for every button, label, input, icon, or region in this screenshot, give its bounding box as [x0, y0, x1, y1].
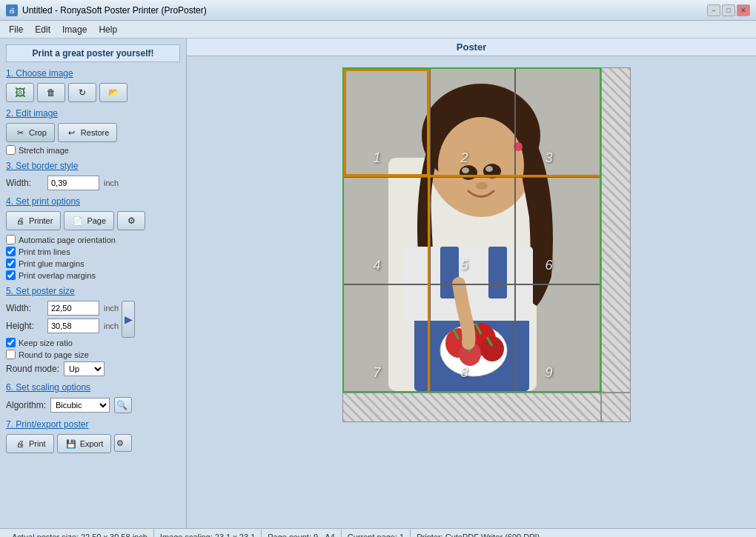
poster-height-label: Height: — [6, 321, 43, 331]
glue-margins-row: Print glue margins — [6, 259, 180, 268]
section-poster-size: 5. Set poster size Width: inch Height: i… — [6, 286, 180, 376]
cell-3-number: 3 — [546, 150, 553, 166]
print-icon: 🖨 — [14, 438, 26, 450]
border-width-input[interactable] — [47, 176, 99, 190]
size-scroll-button[interactable]: ▶ — [122, 301, 135, 338]
section-title-3[interactable]: 3. Set border style — [6, 161, 180, 171]
glue-margins-checkbox[interactable] — [6, 259, 16, 268]
overlap-margins-label: Print overlap margins — [19, 271, 96, 280]
section-title-1[interactable]: 1. Choose image — [6, 68, 180, 79]
status-poster-size: Actual poster size: 22,50 x 30,58 inch — [6, 529, 154, 537]
section-edit-image: 2. Edit image ✂ Crop ↩ Restore Stretch i… — [6, 108, 180, 155]
clear-image-icon: 🗑 — [45, 87, 57, 99]
svg-point-13 — [480, 336, 504, 361]
section-title-5[interactable]: 5. Set poster size — [6, 286, 180, 296]
print-button[interactable]: 🖨 Print — [6, 434, 54, 453]
export-icon: 💾 — [65, 438, 77, 450]
poster-width-input[interactable] — [47, 301, 99, 316]
poster-width-unit: inch — [104, 304, 119, 313]
window-controls: − □ ✕ — [707, 4, 750, 16]
cell-9-number: 9 — [546, 365, 553, 381]
status-page-count: Page count: 9 - A4 — [262, 529, 342, 537]
corner-hatched-strip — [601, 393, 631, 422]
maximize-button[interactable]: □ — [722, 4, 735, 16]
crop-button[interactable]: ✂ Crop — [6, 123, 55, 142]
cell-7-number: 7 — [374, 365, 381, 381]
app-icon: 🖨 — [6, 4, 18, 16]
page-setup-button[interactable]: ⚙ — [117, 211, 145, 230]
status-image-scaling: Image scaling: 23,1 x 23,1 — [154, 529, 262, 537]
stretch-image-checkbox[interactable] — [6, 145, 16, 155]
printer-icon: 🖨 — [14, 215, 26, 227]
round-to-page-checkbox[interactable] — [6, 350, 16, 359]
section-print-export: 7. Print/export poster 🖨 Print 💾 Export … — [6, 419, 180, 453]
printer-label: Printer — [29, 216, 53, 225]
trim-lines-row: Print trim lines — [6, 247, 180, 256]
restore-icon: ↩ — [66, 127, 78, 139]
keep-ratio-row: Keep size ratio — [6, 338, 180, 347]
keep-ratio-checkbox[interactable] — [6, 338, 16, 347]
keep-ratio-label: Keep size ratio — [19, 338, 73, 347]
title-text: Untitled - RonyaSoft Poster Printer (Pro… — [22, 5, 207, 16]
crop-label: Crop — [29, 128, 47, 137]
open-image-icon: 📂 — [107, 87, 119, 99]
scaling-preview-button[interactable]: 🔍 — [114, 397, 132, 413]
page-setup-icon: ⚙ — [125, 215, 137, 227]
close-button[interactable]: ✕ — [737, 4, 750, 16]
add-image-button[interactable]: 🖼 — [6, 83, 34, 102]
scaling-preview-icon: 🔍 — [116, 400, 127, 410]
menu-file[interactable]: File — [3, 23, 29, 36]
border-width-unit: inch — [104, 179, 119, 187]
trim-lines-label: Print trim lines — [19, 247, 70, 256]
page-button[interactable]: 📄 Page — [64, 211, 114, 230]
stretch-image-label: Stretch image — [19, 146, 69, 155]
clear-image-button[interactable]: 🗑 — [37, 83, 65, 102]
round-to-page-label: Round to page size — [19, 350, 89, 359]
section-title-2[interactable]: 2. Edit image — [6, 108, 180, 119]
poster-canvas: 1 2 3 4 5 6 7 8 9 — [342, 67, 601, 395]
status-current-page: Current page: 1 — [342, 529, 411, 537]
panel-header: Print a great poster yourself! — [6, 44, 180, 62]
export-button[interactable]: 💾 Export — [57, 434, 112, 453]
printer-button[interactable]: 🖨 Printer — [6, 211, 61, 230]
overlap-margins-checkbox[interactable] — [6, 270, 16, 280]
cell-2-number: 2 — [461, 150, 468, 166]
auto-orientation-row: Automatic page orientation — [6, 235, 180, 244]
right-panel: Poster — [187, 39, 756, 528]
page-icon: 📄 — [72, 215, 84, 227]
menu-image[interactable]: Image — [56, 23, 93, 36]
status-printer: Printer: CutePDF Writer (600 DPI) — [411, 529, 750, 537]
add-image-icon: 🖼 — [14, 87, 26, 99]
rotate-image-button[interactable]: ↻ — [68, 83, 96, 102]
menu-edit[interactable]: Edit — [29, 23, 56, 36]
cell-5-number: 5 — [461, 258, 468, 273]
stretch-image-row: Stretch image — [6, 145, 180, 155]
svg-point-14 — [460, 165, 477, 180]
poster-height-input[interactable] — [47, 318, 99, 333]
auto-orientation-label: Automatic page orientation — [19, 236, 116, 244]
trim-lines-checkbox[interactable] — [6, 247, 16, 256]
open-image-button[interactable]: 📂 — [99, 83, 127, 102]
restore-button[interactable]: ↩ Restore — [58, 123, 118, 142]
algorithm-select[interactable]: Bicubic Bilinear Nearest — [50, 398, 110, 413]
poster-photo — [344, 69, 600, 391]
section-title-7[interactable]: 7. Print/export poster — [6, 419, 180, 430]
section-border-style: 3. Set border style Width: inch — [6, 161, 180, 190]
section-title-4[interactable]: 4. Set print options — [6, 196, 180, 207]
algorithm-label: Algorithm: — [6, 400, 46, 410]
poster-area: 1 2 3 4 5 6 7 8 9 — [187, 56, 756, 528]
menu-help[interactable]: Help — [93, 23, 123, 36]
minimize-button[interactable]: − — [707, 4, 720, 16]
svg-rect-8 — [488, 247, 507, 298]
right-hatched-strip — [601, 67, 631, 393]
border-width-label: Width: — [6, 178, 43, 188]
menu-bar: File Edit Image Help — [0, 21, 756, 39]
round-to-page-row: Round to page size — [6, 350, 180, 359]
section-title-6[interactable]: 6. Set scaling options — [6, 382, 180, 393]
poster-header: Poster — [187, 39, 756, 56]
export-settings-button[interactable]: ⚙ — [114, 434, 132, 452]
cell-6-number: 6 — [546, 258, 553, 273]
round-mode-select[interactable]: Up Down — [64, 361, 105, 376]
page-label: Page — [87, 216, 106, 225]
auto-orientation-checkbox[interactable] — [6, 235, 16, 244]
